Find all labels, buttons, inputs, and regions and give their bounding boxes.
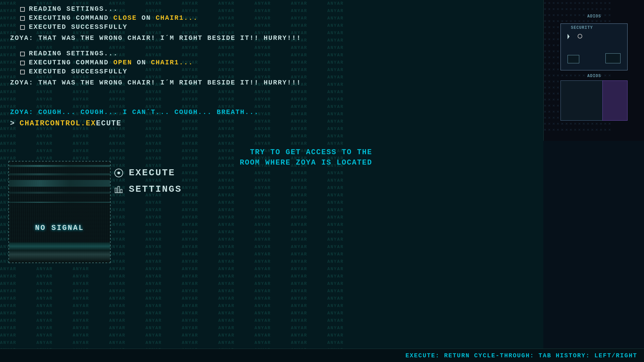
log-entry-2: EXECUTING COMMAND CLOSE ON CHAIR1... bbox=[20, 14, 372, 22]
log-entry-6: EXECUTED SUCCESSFULLY bbox=[20, 68, 372, 75]
command-suffix: ECUTE bbox=[96, 119, 121, 128]
map-label-adios-top: ADIOS bbox=[587, 14, 601, 19]
cmd-chair1-1: CHAIR1... bbox=[156, 14, 198, 22]
menu-item-settings[interactable]: SETTINGS bbox=[114, 184, 182, 194]
map-security-room: SECURITY bbox=[560, 23, 628, 70]
dialog-wrong-chair-1: ZOYA: THAT WAS THE WRONG CHAIR! I´M RIGH… bbox=[10, 34, 372, 43]
log-text-4: READING SETTINGS... bbox=[29, 50, 118, 57]
map-purple-room bbox=[602, 80, 628, 121]
map-cursor bbox=[568, 34, 571, 39]
svg-rect-4 bbox=[120, 189, 122, 193]
hint-line-2: ROOM WHERE ZOYA IS LOCATED bbox=[240, 158, 372, 168]
execute-label: EXECUTE bbox=[129, 168, 175, 178]
log-bullet-5 bbox=[20, 61, 25, 65]
svg-rect-3 bbox=[118, 186, 119, 193]
menu-item-execute[interactable]: EXECUTE bbox=[114, 168, 182, 178]
log-text-6: EXECUTED SUCCESSFULLY bbox=[29, 68, 127, 75]
command-text: CHAIRCONTROL.EXECUTE bbox=[19, 119, 121, 128]
camera-bottom-noise bbox=[9, 242, 110, 262]
right-background bbox=[543, 141, 644, 362]
command-input-line[interactable]: > CHAIRCONTROL.EXECUTE bbox=[10, 119, 372, 128]
map-label-adios-bottom: ADIOS bbox=[587, 74, 601, 78]
hint-line-1: TRY TO GET ACCESS TO THE bbox=[240, 147, 372, 158]
log-entry-1: READING SETTINGS... bbox=[20, 5, 372, 13]
svg-point-1 bbox=[117, 172, 120, 174]
cmd-close: CLOSE bbox=[113, 14, 137, 22]
log-entry-5: EXECUTING COMMAND OPEN ON CHAIR1... bbox=[20, 59, 372, 66]
cmd-chair1-2: CHAIR1... bbox=[151, 59, 193, 66]
svg-rect-2 bbox=[115, 188, 117, 193]
dialog-wrong-chair-2: ZOYA: THAT WAS THE WRONG CHAIR! I´M RIGH… bbox=[10, 78, 372, 87]
log-text-2: EXECUTING COMMAND CLOSE ON CHAIR1... bbox=[29, 14, 198, 22]
log-text-5: EXECUTING COMMAND OPEN ON CHAIR1... bbox=[29, 59, 193, 66]
terminal-log: READING SETTINGS... EXECUTING COMMAND CL… bbox=[10, 5, 372, 133]
map-object-2 bbox=[605, 53, 621, 63]
log-text-3: EXECUTED SUCCESSFULLY bbox=[29, 23, 127, 31]
log-bullet-1 bbox=[20, 7, 25, 12]
map-background: ××××××××××××××××××××××××××××××××××××××××… bbox=[544, 0, 644, 141]
map-label-security: SECURITY bbox=[571, 25, 593, 30]
log-bullet-2 bbox=[20, 16, 25, 21]
log-bullet-6 bbox=[20, 70, 25, 74]
log-entry-4: READING SETTINGS... bbox=[20, 50, 372, 57]
command-exe-name: CHAIRCONTROL.EX bbox=[19, 119, 96, 128]
cmd-open: OPEN bbox=[113, 59, 132, 66]
divider-2 bbox=[10, 88, 372, 108]
camera-panel: NO SIGNAL bbox=[8, 161, 111, 263]
map-person bbox=[578, 34, 582, 39]
log-entry-3: EXECUTED SUCCESSFULLY bbox=[20, 23, 372, 31]
cough-dialog: ZOYA: COUGH... COUGH... I CAN´T... COUGH… bbox=[10, 108, 372, 116]
settings-label: SETTINGS bbox=[129, 184, 182, 194]
camera-noise: NO SIGNAL bbox=[9, 162, 110, 262]
no-signal-label: NO SIGNAL bbox=[35, 224, 84, 232]
map-object-1 bbox=[568, 55, 579, 63]
status-bar: EXECUTE: RETURN CYCLE-THROUGH: TAB HISTO… bbox=[0, 349, 644, 362]
settings-icon bbox=[114, 185, 123, 194]
divider-1 bbox=[10, 44, 372, 50]
log-bullet-4 bbox=[20, 52, 25, 56]
menu-area: EXECUTE SETTINGS bbox=[114, 168, 182, 200]
map-panel: ××××××××××××××××××××××××××××××××××××××××… bbox=[543, 0, 644, 141]
status-bar-text: EXECUTE: RETURN CYCLE-THROUGH: TAB HISTO… bbox=[406, 352, 637, 359]
prompt-arrow: > bbox=[10, 119, 14, 128]
execute-icon bbox=[114, 168, 123, 178]
hint-text: TRY TO GET ACCESS TO THE ROOM WHERE ZOYA… bbox=[240, 147, 372, 168]
main-terminal: READING SETTINGS... EXECUTING COMMAND CL… bbox=[0, 0, 382, 362]
log-bullet-3 bbox=[20, 25, 25, 30]
log-text-1: READING SETTINGS... bbox=[29, 5, 118, 13]
